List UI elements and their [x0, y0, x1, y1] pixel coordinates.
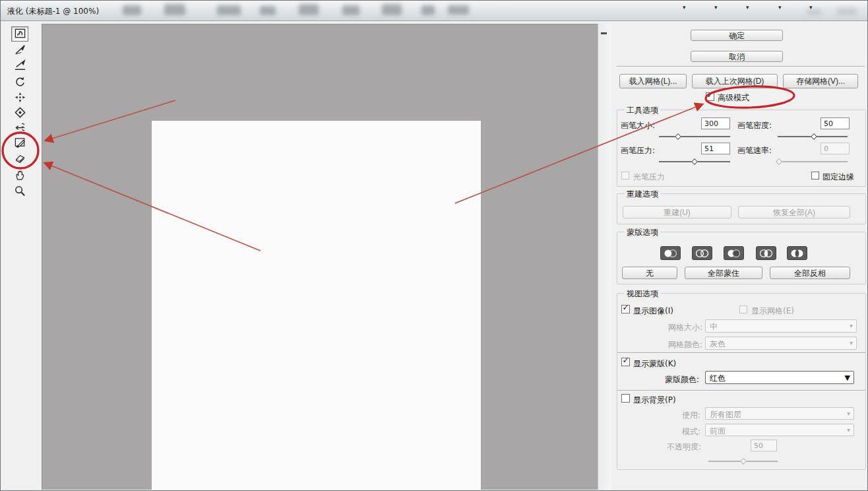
save-mesh-button[interactable]: 存储网格(V)...: [783, 74, 858, 88]
liquify-toolbar: [1, 21, 42, 490]
subtract-from-selection-icon[interactable]: [724, 246, 744, 260]
show-backdrop-checkbox[interactable]: ✓: [621, 394, 630, 403]
reconstruct-icon[interactable]: [11, 42, 28, 57]
push-left-icon[interactable]: [11, 120, 28, 135]
reconstruct-options-title: 重建选项: [625, 189, 660, 200]
brush-density-input[interactable]: 50: [821, 117, 850, 129]
chevron-down-icon: ▾: [850, 339, 853, 346]
mode-label: 模式:: [682, 426, 700, 438]
document-page[interactable]: [152, 121, 481, 490]
mesh-color-dropdown: 灰色▾: [705, 337, 857, 350]
blurred-watermark: [421, 5, 435, 15]
blurred-watermark: [837, 7, 857, 15]
opacity-slider: [708, 457, 778, 465]
brush-size-label: 画笔大小:: [621, 120, 655, 131]
replace-selection-icon[interactable]: [660, 246, 681, 260]
invert-selection-icon[interactable]: [787, 246, 807, 260]
separator: [617, 66, 865, 67]
blurred-watermark: [448, 5, 469, 15]
brush-density-slider[interactable]: [778, 133, 848, 141]
mask-color-dropdown[interactable]: 红色▼: [705, 371, 854, 384]
show-mask-checkbox[interactable]: ✓: [621, 358, 630, 366]
advanced-mode-checkbox[interactable]: ✓: [706, 92, 714, 101]
brush-rate-slider: [778, 158, 848, 166]
brush-pressure-input[interactable]: 51: [701, 143, 730, 154]
mask-none-button[interactable]: 无: [622, 267, 677, 279]
dropdown-arrow-icon[interactable]: ▾: [746, 4, 749, 11]
freeze-mask-icon[interactable]: [11, 135, 28, 150]
mesh-size-dropdown: 中▾: [705, 319, 857, 333]
load-last-mesh-button[interactable]: 载入上次网格(D): [692, 74, 778, 88]
add-to-selection-icon[interactable]: [692, 246, 712, 260]
canvas-area[interactable]: [42, 24, 598, 490]
forward-warp-icon[interactable]: [11, 26, 28, 42]
check-icon: ✓: [706, 90, 713, 100]
show-image-checkbox[interactable]: ✓: [621, 305, 630, 313]
title-bar[interactable]: 液化 (未标题-1 @ 100%): [1, 1, 867, 21]
blurred-watermark: [342, 5, 359, 15]
show-image-label: 显示图像(I): [633, 306, 673, 317]
separator: [617, 390, 865, 391]
ok-button[interactable]: 确定: [691, 30, 783, 41]
chevron-down-icon: ▾: [847, 426, 850, 434]
opacity-label: 不透明度:: [667, 442, 701, 453]
blurred-watermark: [164, 4, 185, 15]
thaw-mask-icon[interactable]: [11, 150, 28, 166]
bloat-icon[interactable]: [11, 105, 28, 120]
pin-edges-checkbox[interactable]: ✓: [811, 172, 819, 180]
check-icon: ✓: [622, 303, 629, 312]
brush-size-input[interactable]: 300: [701, 117, 730, 129]
dropdown-arrow-icon[interactable]: ▾: [809, 4, 813, 11]
dropdown-arrow-icon[interactable]: ▾: [714, 4, 718, 11]
twirl-clockwise-icon[interactable]: [11, 74, 28, 89]
dropdown-arrow-icon[interactable]: ▾: [683, 4, 686, 11]
intersect-with-selection-icon[interactable]: [756, 246, 776, 260]
chevron-down-icon: ▾: [850, 322, 853, 329]
blurred-watermark: [382, 4, 402, 15]
opacity-input: 50: [751, 440, 777, 451]
liquify-dialog-window: 液化 (未标题-1 @ 100%): [0, 0, 868, 491]
cancel-button[interactable]: 取消: [691, 51, 783, 62]
advanced-mode-label: 高级模式: [718, 92, 749, 104]
smooth-icon[interactable]: [11, 58, 28, 73]
load-mesh-button[interactable]: 载入网格(L)...: [619, 74, 687, 88]
mask-color-label: 蒙版颜色:: [665, 374, 699, 385]
blurred-watermark: [260, 6, 276, 15]
hand-icon[interactable]: [11, 168, 28, 183]
view-options-title: 视图选项: [625, 288, 660, 300]
brush-pressure-slider[interactable]: [659, 158, 730, 166]
show-backdrop-label: 显示背景(P): [633, 395, 676, 406]
show-mesh-label: 显示网格(E): [751, 306, 794, 317]
tool-options-title: 工具选项: [625, 105, 660, 116]
reconstruct-button: 重建(U): [623, 206, 731, 218]
check-icon: ✓: [622, 356, 629, 365]
use-dropdown: 所有图层▾: [705, 407, 854, 420]
mesh-size-label: 网格大小:: [668, 322, 702, 333]
brush-rate-input: 0: [821, 143, 850, 154]
window-title: 液化 (未标题-1 @ 100%): [7, 6, 99, 17]
mask-options-title: 蒙版选项: [625, 227, 660, 238]
mode-dropdown: 前面▾: [705, 424, 854, 436]
brush-size-slider[interactable]: [659, 133, 730, 141]
mask-all-button[interactable]: 全部蒙住: [685, 267, 762, 279]
stylus-pressure-checkbox: ✓: [621, 172, 629, 180]
show-mask-label: 显示蒙版(K): [633, 358, 676, 370]
chevron-down-icon: ▼: [845, 374, 850, 382]
zoom-icon[interactable]: [11, 183, 28, 199]
scrollbar-gripper: [601, 32, 607, 34]
blurred-watermark: [217, 5, 241, 15]
dropdown-arrow-icon[interactable]: ▾: [778, 4, 782, 11]
show-mesh-checkbox: ✓: [739, 306, 747, 313]
invert-all-button[interactable]: 全部反相: [770, 267, 850, 279]
pin-edges-label: 固定边缘: [822, 172, 854, 183]
restore-all-button: 恢复全部(A): [738, 206, 850, 218]
use-label: 使用:: [682, 410, 700, 421]
mesh-color-label: 网格颜色:: [668, 339, 702, 350]
brush-density-label: 画笔密度:: [737, 120, 772, 131]
stylus-pressure-label: 光笔压力: [633, 172, 665, 183]
canvas-scrollbar[interactable]: [598, 24, 611, 490]
separator: [617, 352, 865, 353]
brush-pressure-label: 画笔压力:: [621, 145, 655, 156]
pucker-icon[interactable]: [11, 90, 28, 105]
blurred-watermark: [299, 4, 319, 15]
